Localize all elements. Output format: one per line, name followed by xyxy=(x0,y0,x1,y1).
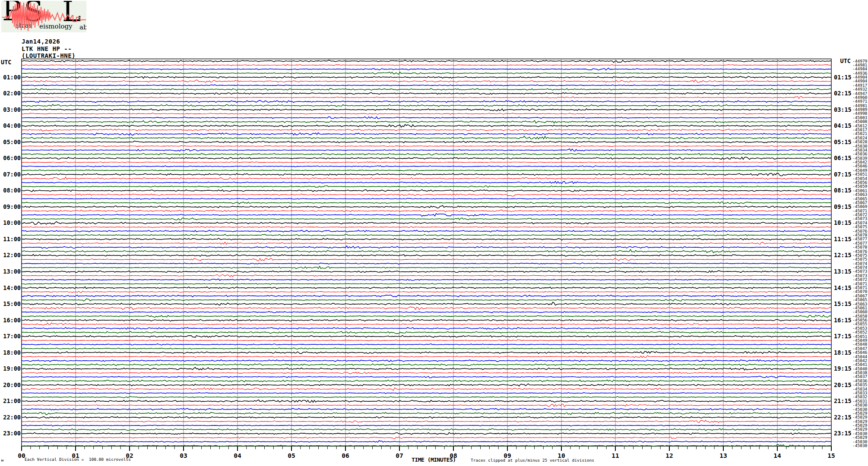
seismo-trace-row xyxy=(22,162,831,163)
corner-glyph: м xyxy=(1,459,3,463)
seismo-trace-row xyxy=(22,85,831,86)
left-hour-label: 21:00 xyxy=(3,397,21,404)
seismo-trace-row xyxy=(22,133,831,135)
right-hour-label: 08:15 xyxy=(834,187,852,194)
seismo-trace-row xyxy=(22,271,831,273)
seismo-trace-row xyxy=(22,323,831,325)
seismo-trace-row xyxy=(22,181,831,183)
seismo-trace-row xyxy=(22,88,831,91)
seismo-trace-row xyxy=(22,249,831,253)
x-tick-label: 15 xyxy=(827,452,835,459)
seismo-trace-row xyxy=(22,364,831,365)
seismo-trace-row xyxy=(22,153,831,155)
seismo-trace-row xyxy=(22,166,831,167)
seismo-trace-row xyxy=(22,157,831,159)
left-hour-label: 07:00 xyxy=(3,171,21,178)
right-hour-label: 18:15 xyxy=(834,349,852,356)
left-hour-label: 05:00 xyxy=(3,139,21,145)
seismo-trace-row xyxy=(22,263,831,264)
seismo-trace-row xyxy=(22,145,831,147)
seismo-trace-row xyxy=(22,312,831,313)
seismo-trace-row xyxy=(22,117,831,119)
left-hour-label: 11:00 xyxy=(3,236,21,242)
left-hour-label: 03:00 xyxy=(3,106,21,113)
seismo-trace-row xyxy=(22,210,831,212)
right-hour-label: 06:15 xyxy=(834,154,852,161)
helicorder-svg: UTCUTC01:0001:1502:0002:1503:0003:1504:0… xyxy=(0,0,868,466)
right-hour-label: 16:15 xyxy=(834,317,852,324)
helicorder-plot: UTCUTC01:0001:1502:0002:1503:0003:1504:0… xyxy=(0,0,868,466)
seismo-trace-row xyxy=(22,72,831,74)
x-tick-label: 05 xyxy=(288,452,295,459)
right-hour-label: 23:15 xyxy=(834,430,852,437)
seismo-trace-row xyxy=(22,291,831,293)
left-hour-label: 02:00 xyxy=(3,90,21,97)
seismo-trace-row xyxy=(22,437,831,439)
seismo-trace-row xyxy=(22,149,831,151)
right-hour-label: 02:15 xyxy=(834,90,852,97)
seismo-trace-row xyxy=(22,124,831,127)
left-hour-label: 14:00 xyxy=(3,284,21,291)
right-hour-label: 03:15 xyxy=(834,106,852,113)
seismo-trace-row xyxy=(22,412,831,415)
seismo-trace-row xyxy=(22,227,831,228)
seismo-trace-row xyxy=(22,194,831,196)
seismo-trace-row xyxy=(22,136,831,139)
seismo-trace-row xyxy=(22,113,831,114)
right-hour-label: 10:15 xyxy=(834,219,852,226)
right-hour-label: 17:15 xyxy=(834,333,852,340)
seismo-trace-row xyxy=(22,376,831,378)
seismo-trace-row xyxy=(22,384,831,386)
seismo-trace-row xyxy=(22,129,831,131)
left-hour-label: 19:00 xyxy=(3,365,21,372)
left-hour-label: 01:00 xyxy=(3,74,21,81)
left-hour-label: 12:00 xyxy=(3,252,21,258)
right-hour-label: 12:15 xyxy=(834,252,852,258)
seismo-trace-row xyxy=(22,97,831,99)
seismo-trace-row xyxy=(22,266,831,269)
seismo-trace-row xyxy=(22,327,831,329)
seismo-trace-row xyxy=(22,315,831,317)
seismo-trace-row xyxy=(22,283,831,284)
x-tick-label: 04 xyxy=(234,452,241,459)
right-hour-label: 15:15 xyxy=(834,300,852,307)
x-tick-label: 06 xyxy=(342,452,349,459)
x-tick-label: 11 xyxy=(611,452,619,459)
seismo-trace-row xyxy=(22,186,831,188)
seismo-trace-row xyxy=(22,173,831,176)
plot-border xyxy=(22,59,831,447)
right-hour-label: 05:15 xyxy=(834,139,852,145)
seismo-trace-row xyxy=(22,307,831,310)
right-axis-utc-label: UTC xyxy=(840,57,851,64)
left-hour-label: 16:00 xyxy=(3,317,21,324)
seismo-trace-row xyxy=(22,360,831,362)
seismo-trace-row xyxy=(22,93,831,94)
seismo-trace-row xyxy=(22,417,831,419)
seismo-trace-row xyxy=(22,340,831,341)
x-tick-label: 12 xyxy=(665,452,673,459)
left-hour-label: 13:00 xyxy=(3,268,21,275)
seismo-trace-row xyxy=(22,404,831,407)
seismo-trace-row xyxy=(22,428,831,430)
right-hour-label: 11:15 xyxy=(834,236,852,242)
right-hour-label: 19:15 xyxy=(834,365,852,372)
seismo-trace-row xyxy=(22,441,831,442)
seismo-trace-row xyxy=(22,274,831,277)
seismo-trace-row xyxy=(22,380,831,382)
seismo-trace-row xyxy=(22,397,831,398)
left-hour-label: 06:00 xyxy=(3,154,21,161)
seismo-trace-row xyxy=(22,202,831,204)
right-hour-label: 07:15 xyxy=(834,171,852,178)
seismo-trace-row xyxy=(22,348,831,349)
right-hour-label: 09:15 xyxy=(834,203,852,210)
seismo-trace-row xyxy=(22,242,831,245)
left-hour-label: 17:00 xyxy=(3,333,21,340)
x-tick-label: 14 xyxy=(773,452,781,459)
seismo-trace-row xyxy=(22,104,831,107)
seismo-trace-row xyxy=(22,230,831,232)
x-tick-label: 07 xyxy=(396,452,403,459)
seismo-trace-row xyxy=(22,198,831,199)
right-hour-label: 04:15 xyxy=(834,122,852,129)
seismo-trace-row xyxy=(22,372,831,374)
seismo-trace-row xyxy=(22,258,831,261)
